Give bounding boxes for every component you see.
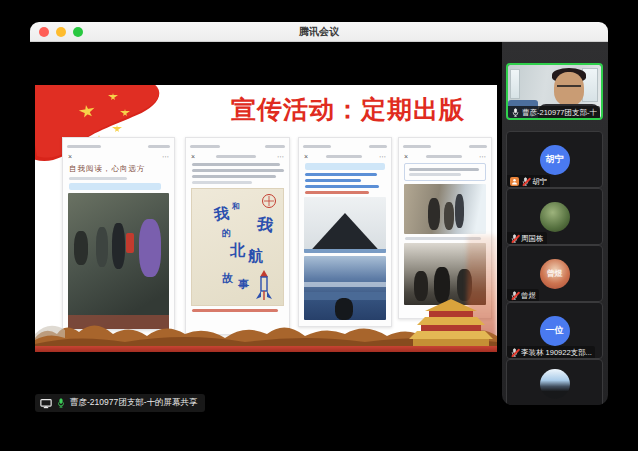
close-icon: ×	[304, 153, 308, 160]
mic-on-icon	[511, 108, 520, 117]
participant-label: 李装林 190922支部...	[507, 346, 595, 358]
slide-title: 宣传活动：定期出版	[203, 93, 493, 126]
slide-bottom-band	[35, 346, 497, 352]
window-titlebar: 腾讯会议	[30, 22, 608, 42]
avatar	[540, 369, 570, 399]
meeting-window: 腾讯会议 宣传活动：定期出版	[30, 22, 608, 432]
participant-tile[interactable]: 一位 李装林 190922支部...	[506, 302, 603, 359]
meeting-content: 宣传活动：定期出版 × ⋯ 自我阅读，心向远方	[30, 42, 608, 432]
participant-tile[interactable]: 胡宁 胡宁	[506, 131, 603, 188]
avatar: 一位	[540, 316, 570, 346]
participant-tile[interactable]: 曾煜 曾煜	[506, 245, 603, 302]
more-icon: ⋯	[379, 153, 386, 160]
library-photo	[404, 184, 486, 234]
share-banner-label: 曹彦-210977团支部-十的屏幕共享	[70, 397, 198, 409]
participant-label: 曾煜	[507, 289, 539, 301]
participant-label: 胡宁	[507, 175, 550, 187]
participant-tile-video[interactable]: 曹彦-210977团支部-十	[506, 63, 603, 120]
screen-share-banner: 曹彦-210977团支部-十的屏幕共享	[35, 394, 205, 412]
participants-panel[interactable]: 曹彦-210977团支部-十 胡宁 胡宁	[502, 42, 608, 405]
screen-share-icon	[40, 398, 52, 409]
stamp-drawing	[261, 193, 277, 209]
article-title: 自我阅读，心向远方	[69, 164, 168, 174]
mic-icon	[56, 398, 66, 408]
rocket-drawing	[253, 269, 275, 303]
more-icon: ⋯	[277, 153, 284, 160]
muted-mic-icon	[521, 177, 530, 186]
avatar: 曾煜	[540, 259, 570, 289]
window-title: 腾讯会议	[299, 25, 339, 39]
shared-slide: 宣传活动：定期出版 × ⋯ 自我阅读，心向远方	[35, 85, 497, 352]
close-button[interactable]	[39, 27, 49, 37]
muted-mic-icon	[510, 291, 519, 300]
participant-tile[interactable]	[506, 359, 603, 405]
avatar	[540, 202, 570, 232]
more-icon: ⋯	[162, 153, 169, 160]
article-card-1: × ⋯ 自我阅读，心向远方	[62, 137, 175, 330]
close-icon: ×	[191, 153, 195, 160]
participant-label: 周国栋	[507, 232, 547, 244]
poster-image: 我 和 我 的 北 航 故 事	[191, 188, 284, 306]
minimize-button[interactable]	[56, 27, 66, 37]
article-card-3: × ⋯	[298, 137, 392, 327]
close-icon: ×	[68, 153, 72, 160]
member-badge-icon	[510, 177, 519, 186]
muted-mic-icon	[510, 234, 519, 243]
article-card-2: × ⋯ 我 和 我 的 北 航 故	[185, 137, 290, 335]
participant-tile[interactable]: 周国栋	[506, 188, 603, 245]
avatar: 胡宁	[540, 145, 570, 175]
more-icon: ⋯	[479, 153, 486, 160]
arena-photo	[304, 197, 386, 253]
traffic-lights	[39, 22, 83, 42]
close-icon: ×	[404, 153, 408, 160]
golden-temple	[407, 299, 495, 347]
fullscreen-button[interactable]	[73, 27, 83, 37]
participant-label: 曹彦-210977团支部-十	[508, 106, 600, 118]
desktop: 腾讯会议 宣传活动：定期出版	[0, 0, 638, 451]
muted-mic-icon	[510, 348, 519, 357]
